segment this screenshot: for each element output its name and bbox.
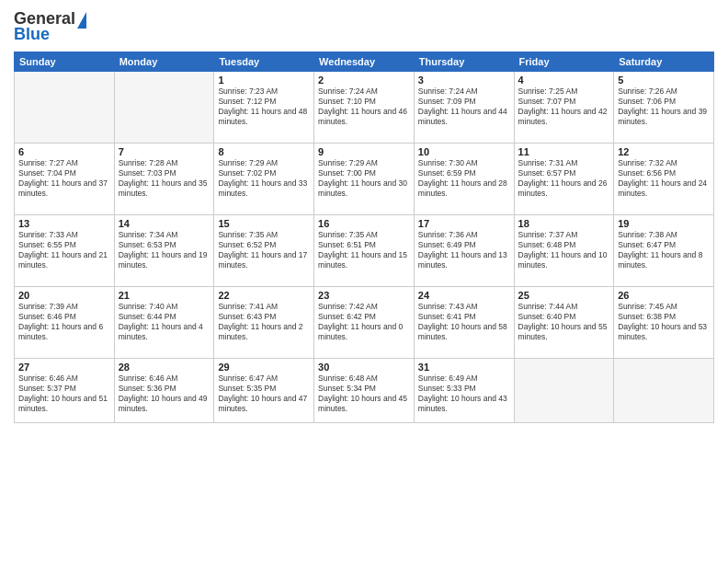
daylight-text: Daylight: 11 hours and 30 minutes. bbox=[318, 178, 407, 198]
cell-details: Sunrise: 7:30 AMSunset: 6:59 PMDaylight:… bbox=[418, 158, 510, 199]
sunrise-text: Sunrise: 6:49 AM bbox=[418, 373, 478, 383]
calendar-week-row: 6Sunrise: 7:27 AMSunset: 7:04 PMDaylight… bbox=[15, 144, 714, 215]
daylight-text: Daylight: 11 hours and 10 minutes. bbox=[518, 250, 608, 270]
daylight-text: Daylight: 11 hours and 28 minutes. bbox=[418, 178, 507, 198]
daylight-text: Daylight: 11 hours and 15 minutes. bbox=[318, 250, 407, 270]
sunset-text: Sunset: 6:53 PM bbox=[119, 240, 176, 249]
sunrise-text: Sunrise: 7:44 AM bbox=[518, 302, 578, 311]
sunset-text: Sunset: 7:00 PM bbox=[318, 168, 376, 178]
day-number: 20 bbox=[18, 290, 110, 301]
cell-details: Sunrise: 7:32 AMSunset: 6:56 PMDaylight:… bbox=[618, 158, 710, 199]
daylight-text: Daylight: 11 hours and 4 minutes. bbox=[119, 322, 203, 341]
header-saturday: Saturday bbox=[614, 52, 714, 72]
daylight-text: Daylight: 11 hours and 37 minutes. bbox=[18, 178, 108, 198]
calendar-cell bbox=[614, 359, 714, 423]
sunrise-text: Sunrise: 7:37 AM bbox=[518, 230, 578, 239]
sunrise-text: Sunrise: 7:35 AM bbox=[318, 230, 378, 239]
daylight-text: Daylight: 11 hours and 26 minutes. bbox=[518, 178, 608, 198]
sunrise-text: Sunrise: 7:24 AM bbox=[318, 86, 378, 96]
calendar-cell: 17Sunrise: 7:36 AMSunset: 6:49 PMDayligh… bbox=[414, 215, 514, 287]
header: General Blue bbox=[14, 9, 714, 44]
sunrise-text: Sunrise: 7:27 AM bbox=[18, 158, 78, 167]
calendar-cell: 12Sunrise: 7:32 AMSunset: 6:56 PMDayligh… bbox=[614, 144, 714, 215]
sunset-text: Sunset: 6:49 PM bbox=[418, 240, 476, 249]
sunset-text: Sunset: 6:42 PM bbox=[318, 312, 376, 321]
sunset-text: Sunset: 5:34 PM bbox=[318, 384, 376, 393]
header-tuesday: Tuesday bbox=[214, 52, 314, 72]
daylight-text: Daylight: 11 hours and 48 minutes. bbox=[218, 107, 307, 126]
cell-details: Sunrise: 6:46 AMSunset: 5:37 PMDaylight:… bbox=[18, 373, 110, 414]
calendar-cell: 26Sunrise: 7:45 AMSunset: 6:38 PMDayligh… bbox=[614, 287, 714, 359]
sunrise-text: Sunrise: 6:48 AM bbox=[318, 373, 378, 383]
sunset-text: Sunset: 5:37 PM bbox=[18, 384, 76, 393]
sunset-text: Sunset: 6:44 PM bbox=[119, 312, 176, 321]
cell-details: Sunrise: 7:24 AMSunset: 7:09 PMDaylight:… bbox=[418, 86, 510, 127]
sunset-text: Sunset: 5:36 PM bbox=[119, 384, 176, 393]
sunrise-text: Sunrise: 7:24 AM bbox=[418, 86, 478, 96]
calendar-cell: 15Sunrise: 7:35 AMSunset: 6:52 PMDayligh… bbox=[214, 215, 314, 287]
logo: General Blue bbox=[14, 9, 86, 44]
daylight-text: Daylight: 11 hours and 33 minutes. bbox=[218, 178, 307, 198]
sunset-text: Sunset: 6:51 PM bbox=[318, 240, 376, 249]
calendar-cell: 25Sunrise: 7:44 AMSunset: 6:40 PMDayligh… bbox=[514, 287, 614, 359]
cell-details: Sunrise: 7:42 AMSunset: 6:42 PMDaylight:… bbox=[318, 302, 410, 342]
calendar-cell: 30Sunrise: 6:48 AMSunset: 5:34 PMDayligh… bbox=[314, 359, 415, 423]
day-number: 12 bbox=[618, 146, 710, 157]
day-number: 28 bbox=[119, 362, 210, 373]
daylight-text: Daylight: 11 hours and 39 minutes. bbox=[618, 107, 707, 126]
calendar-cell: 6Sunrise: 7:27 AMSunset: 7:04 PMDaylight… bbox=[15, 144, 115, 215]
day-number: 24 bbox=[418, 290, 510, 301]
cell-details: Sunrise: 7:36 AMSunset: 6:49 PMDaylight:… bbox=[418, 230, 510, 270]
cell-details: Sunrise: 7:41 AMSunset: 6:43 PMDaylight:… bbox=[218, 302, 310, 342]
cell-details: Sunrise: 6:49 AMSunset: 5:33 PMDaylight:… bbox=[418, 373, 510, 414]
sunrise-text: Sunrise: 7:23 AM bbox=[218, 86, 278, 96]
day-number: 2 bbox=[318, 75, 410, 86]
day-number: 31 bbox=[418, 362, 510, 373]
weekday-header-row: Sunday Monday Tuesday Wednesday Thursday… bbox=[15, 52, 714, 72]
day-number: 5 bbox=[618, 75, 710, 86]
sunset-text: Sunset: 6:47 PM bbox=[618, 240, 676, 249]
daylight-text: Daylight: 11 hours and 46 minutes. bbox=[318, 107, 407, 126]
daylight-text: Daylight: 11 hours and 42 minutes. bbox=[518, 107, 608, 126]
sunrise-text: Sunrise: 7:38 AM bbox=[618, 230, 677, 239]
header-friday: Friday bbox=[514, 52, 614, 72]
sunrise-text: Sunrise: 6:46 AM bbox=[119, 373, 178, 383]
cell-details: Sunrise: 7:31 AMSunset: 6:57 PMDaylight:… bbox=[518, 158, 610, 199]
cell-details: Sunrise: 7:35 AMSunset: 6:52 PMDaylight:… bbox=[218, 230, 310, 270]
sunset-text: Sunset: 6:40 PM bbox=[518, 312, 576, 321]
daylight-text: Daylight: 10 hours and 45 minutes. bbox=[318, 394, 407, 413]
sunrise-text: Sunrise: 7:29 AM bbox=[218, 158, 278, 167]
calendar-cell: 11Sunrise: 7:31 AMSunset: 6:57 PMDayligh… bbox=[514, 144, 614, 215]
daylight-text: Daylight: 11 hours and 19 minutes. bbox=[119, 250, 208, 270]
cell-details: Sunrise: 7:25 AMSunset: 7:07 PMDaylight:… bbox=[518, 86, 610, 127]
sunrise-text: Sunrise: 7:34 AM bbox=[119, 230, 178, 239]
day-number: 17 bbox=[418, 218, 510, 229]
cell-details: Sunrise: 7:45 AMSunset: 6:38 PMDaylight:… bbox=[618, 302, 710, 342]
calendar-table: Sunday Monday Tuesday Wednesday Thursday… bbox=[14, 52, 714, 423]
day-number: 4 bbox=[518, 75, 610, 86]
daylight-text: Daylight: 10 hours and 43 minutes. bbox=[418, 394, 507, 413]
day-number: 30 bbox=[318, 362, 410, 373]
header-thursday: Thursday bbox=[414, 52, 514, 72]
sunset-text: Sunset: 7:06 PM bbox=[618, 97, 676, 106]
sunset-text: Sunset: 6:46 PM bbox=[18, 312, 76, 321]
day-number: 6 bbox=[18, 146, 110, 157]
calendar-cell bbox=[514, 359, 614, 423]
day-number: 22 bbox=[218, 290, 310, 301]
calendar-cell: 8Sunrise: 7:29 AMSunset: 7:02 PMDaylight… bbox=[214, 144, 314, 215]
cell-details: Sunrise: 7:33 AMSunset: 6:55 PMDaylight:… bbox=[18, 230, 110, 270]
sunset-text: Sunset: 7:09 PM bbox=[418, 97, 476, 106]
cell-details: Sunrise: 7:23 AMSunset: 7:12 PMDaylight:… bbox=[218, 86, 310, 127]
day-number: 16 bbox=[318, 218, 410, 229]
day-number: 10 bbox=[418, 146, 510, 157]
sunset-text: Sunset: 7:10 PM bbox=[318, 97, 376, 106]
daylight-text: Daylight: 11 hours and 21 minutes. bbox=[18, 250, 108, 270]
sunset-text: Sunset: 6:56 PM bbox=[618, 168, 676, 178]
cell-details: Sunrise: 7:26 AMSunset: 7:06 PMDaylight:… bbox=[618, 86, 710, 127]
sunrise-text: Sunrise: 7:32 AM bbox=[618, 158, 677, 167]
sunrise-text: Sunrise: 7:30 AM bbox=[418, 158, 478, 167]
cell-details: Sunrise: 7:39 AMSunset: 6:46 PMDaylight:… bbox=[18, 302, 110, 342]
cell-details: Sunrise: 7:43 AMSunset: 6:41 PMDaylight:… bbox=[418, 302, 510, 342]
cell-details: Sunrise: 6:46 AMSunset: 5:36 PMDaylight:… bbox=[119, 373, 210, 414]
sunrise-text: Sunrise: 7:35 AM bbox=[218, 230, 278, 239]
